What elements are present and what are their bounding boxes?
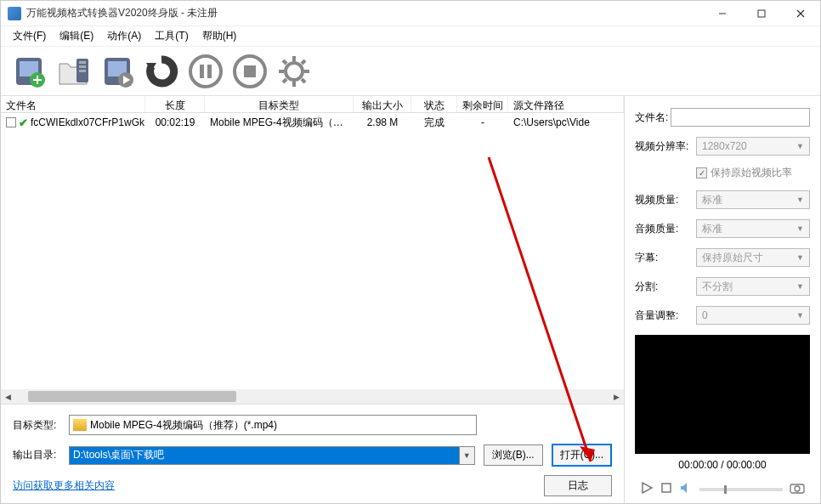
horizontal-scrollbar[interactable]: ◀ ▶ bbox=[1, 389, 624, 404]
scroll-thumb[interactable] bbox=[28, 391, 236, 402]
row-filename: fcCWIEkdlx07CFrP1wGk... bbox=[31, 116, 145, 128]
output-dir-field[interactable]: D:\tools\桌面\下载吧 ▼ bbox=[69, 446, 475, 465]
refresh-button[interactable] bbox=[140, 51, 183, 92]
output-dir-value: D:\tools\桌面\下载吧 bbox=[70, 447, 459, 464]
settings-button[interactable] bbox=[273, 51, 315, 92]
volume-label: 音量调整: bbox=[635, 309, 696, 323]
stop-button[interactable] bbox=[229, 51, 271, 92]
video-quality-label: 视频质量: bbox=[635, 193, 696, 207]
row-path: C:\Users\pc\Vide bbox=[508, 115, 624, 130]
svg-point-18 bbox=[190, 56, 221, 87]
svg-rect-33 bbox=[662, 484, 671, 492]
svg-line-31 bbox=[302, 60, 305, 64]
svg-rect-11 bbox=[79, 65, 86, 68]
menu-file[interactable]: 文件(F) bbox=[6, 26, 53, 46]
add-video-button[interactable] bbox=[8, 51, 50, 92]
chevron-down-icon: ▼ bbox=[796, 224, 804, 233]
open-button[interactable]: 打开(O)... bbox=[552, 444, 612, 467]
row-remain: - bbox=[457, 115, 508, 130]
close-button[interactable] bbox=[781, 1, 820, 26]
maximize-button[interactable] bbox=[742, 1, 781, 26]
subtitle-label: 字幕: bbox=[635, 251, 696, 265]
col-filename[interactable]: 文件名 bbox=[1, 96, 145, 112]
row-checkbox[interactable] bbox=[6, 117, 16, 127]
video-quality-select[interactable]: 标准▼ bbox=[696, 190, 810, 209]
row-status: 完成 bbox=[411, 114, 457, 132]
svg-rect-1 bbox=[758, 10, 765, 17]
app-icon bbox=[8, 7, 21, 20]
svg-rect-10 bbox=[79, 61, 86, 64]
keep-aspect-checkbox[interactable]: ✓ bbox=[696, 167, 707, 178]
row-type: Mobile MPEG-4视频编码（推荐） bbox=[205, 114, 354, 132]
table-header: 文件名 长度 目标类型 输出大小 状态 剩余时间 源文件路径 bbox=[1, 96, 624, 113]
svg-rect-22 bbox=[244, 65, 256, 77]
toolbar bbox=[1, 47, 820, 96]
svg-marker-32 bbox=[643, 483, 652, 493]
play-icon[interactable] bbox=[637, 479, 657, 499]
menu-action[interactable]: 动作(A) bbox=[100, 26, 148, 46]
chevron-down-icon: ▼ bbox=[796, 195, 804, 204]
audio-quality-label: 音频质量: bbox=[635, 222, 696, 236]
volume-icon[interactable] bbox=[676, 479, 696, 499]
pause-button[interactable] bbox=[184, 51, 227, 92]
table-row[interactable]: ✔ fcCWIEkdlx07CFrP1wGk... 00:02:19 Mobil… bbox=[1, 113, 624, 132]
time-display: 00:00:00 / 00:00:00 bbox=[635, 454, 810, 476]
target-type-field[interactable]: Mobile MPEG-4视频编码（推荐）(*.mp4) bbox=[69, 415, 477, 435]
svg-marker-34 bbox=[681, 483, 687, 493]
svg-rect-20 bbox=[207, 65, 212, 78]
svg-line-30 bbox=[283, 79, 286, 82]
col-path[interactable]: 源文件路径 bbox=[508, 96, 624, 112]
filename-input[interactable] bbox=[671, 108, 810, 127]
col-remain[interactable]: 剩余时间 bbox=[457, 96, 508, 112]
menubar: 文件(F) 编辑(E) 动作(A) 工具(T) 帮助(H) bbox=[1, 26, 820, 47]
chevron-down-icon: ▼ bbox=[796, 253, 804, 262]
seek-slider[interactable] bbox=[699, 488, 783, 491]
split-label: 分割: bbox=[635, 280, 696, 294]
svg-rect-19 bbox=[200, 65, 204, 78]
browse-button[interactable]: 浏览(B)... bbox=[484, 445, 543, 466]
bottom-panel: 目标类型: Mobile MPEG-4视频编码（推荐）(*.mp4) 输出目录:… bbox=[1, 404, 624, 503]
settings-panel: 文件名: 视频分辨率: 1280x720▼ ✓ 保持原始视频比率 视频质量: 标… bbox=[625, 96, 820, 503]
open-folder-button[interactable] bbox=[52, 51, 94, 92]
video-preview[interactable] bbox=[635, 335, 810, 454]
menu-help[interactable]: 帮助(H) bbox=[195, 26, 244, 46]
window-title: 万能视频格式转换器V2020终身版 - 未注册 bbox=[26, 6, 703, 20]
menu-tools[interactable]: 工具(T) bbox=[148, 26, 195, 46]
menu-edit[interactable]: 编辑(E) bbox=[53, 26, 100, 46]
target-type-value: Mobile MPEG-4视频编码（推荐）(*.mp4) bbox=[90, 418, 277, 433]
col-type[interactable]: 目标类型 bbox=[205, 96, 354, 112]
keep-aspect-label: 保持原始视频比率 bbox=[711, 166, 792, 180]
chevron-down-icon: ▼ bbox=[796, 142, 804, 150]
col-size[interactable]: 输出大小 bbox=[354, 96, 411, 112]
filename-label: 文件名: bbox=[635, 110, 671, 125]
col-status[interactable]: 状态 bbox=[411, 96, 457, 112]
svg-line-28 bbox=[283, 60, 286, 64]
player-stop-icon[interactable] bbox=[657, 480, 676, 498]
col-length[interactable]: 长度 bbox=[145, 96, 205, 112]
subtitle-select[interactable]: 保持原始尺寸▼ bbox=[696, 248, 810, 267]
row-size: 2.98 M bbox=[354, 115, 411, 130]
minimize-button[interactable] bbox=[703, 1, 742, 26]
resolution-select[interactable]: 1280x720▼ bbox=[696, 137, 810, 156]
preview-panel: 00:00:00 / 00:00:00 bbox=[635, 335, 810, 502]
audio-quality-select[interactable]: 标准▼ bbox=[696, 219, 810, 238]
resolution-label: 视频分辨率: bbox=[635, 139, 696, 154]
chevron-down-icon[interactable]: ▼ bbox=[459, 447, 474, 464]
titlebar: 万能视频格式转换器V2020终身版 - 未注册 bbox=[1, 1, 820, 26]
scroll-right-icon[interactable]: ▶ bbox=[609, 389, 624, 404]
file-list-panel: 文件名 长度 目标类型 输出大小 状态 剩余时间 源文件路径 ✔ fcCWIEk… bbox=[1, 96, 625, 503]
svg-point-36 bbox=[795, 486, 800, 491]
volume-select[interactable]: 0▼ bbox=[696, 306, 810, 325]
check-icon: ✔ bbox=[19, 116, 28, 129]
snapshot-icon[interactable] bbox=[786, 480, 808, 498]
output-dir-label: 输出目录: bbox=[13, 448, 60, 462]
log-button[interactable]: 日志 bbox=[544, 475, 612, 496]
svg-point-23 bbox=[286, 63, 303, 80]
type-format-icon bbox=[73, 419, 87, 431]
svg-rect-12 bbox=[79, 70, 86, 72]
row-length: 00:02:19 bbox=[145, 115, 205, 130]
split-select[interactable]: 不分割▼ bbox=[696, 277, 810, 296]
convert-button[interactable] bbox=[96, 51, 139, 92]
more-content-link[interactable]: 访问获取更多相关内容 bbox=[13, 479, 115, 493]
scroll-left-icon[interactable]: ◀ bbox=[1, 389, 15, 404]
